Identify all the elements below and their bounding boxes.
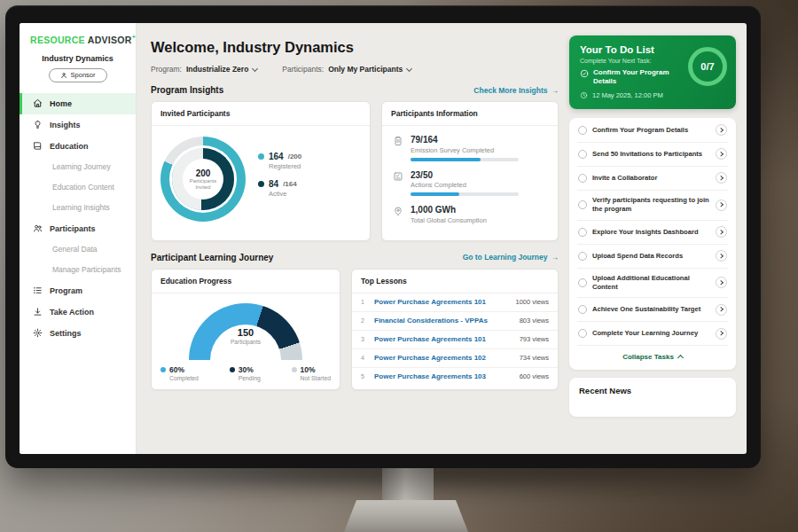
- task-checkbox[interactable]: [578, 150, 587, 159]
- lesson-link[interactable]: Financial Considerations - VPPAs: [374, 317, 488, 325]
- gauge-center-label: Participants: [189, 339, 302, 345]
- top-lessons-title: Top Lessons: [352, 270, 558, 293]
- lesson-row[interactable]: 2 Financial Considerations - VPPAs 803 v…: [352, 312, 558, 331]
- logo-advisor: ADVISOR: [88, 35, 132, 45]
- lesson-row[interactable]: 5 Power Purchase Agreements 103 600 view…: [352, 368, 558, 386]
- sidebar-item-program[interactable]: Program: [20, 280, 136, 301]
- program-insights-header: Program Insights Check More Insights →: [151, 85, 559, 95]
- book-icon: [33, 141, 43, 151]
- task-row[interactable]: Verify participants requesting to join t…: [577, 191, 728, 221]
- task-checkbox[interactable]: [578, 329, 587, 338]
- task-row[interactable]: Complete Your Learning Journey: [577, 322, 728, 346]
- participants-information-card: Participants Information 79/164 Emission…: [381, 101, 559, 241]
- chevron-right-icon[interactable]: [716, 250, 727, 262]
- check-more-insights-link[interactable]: Check More Insights →: [473, 86, 559, 95]
- chevron-right-icon[interactable]: [716, 124, 727, 136]
- sidebar-item-insights[interactable]: Insights: [20, 114, 136, 136]
- sidebar-item-education[interactable]: Education: [20, 136, 136, 157]
- task-label: Confirm Your Program Details: [592, 126, 710, 135]
- logo-plus: +: [132, 34, 136, 40]
- sidebar-item-settings[interactable]: Settings: [20, 323, 136, 344]
- chevron-right-icon[interactable]: [716, 328, 727, 340]
- sidebar-item-label: Take Action: [50, 308, 94, 317]
- task-checkbox[interactable]: [578, 200, 587, 209]
- go-to-learning-journey-link[interactable]: Go to Learning Journey →: [463, 253, 559, 262]
- task-checkbox[interactable]: [578, 252, 587, 261]
- download-icon: [33, 307, 43, 317]
- participants-filter[interactable]: Participants: Only My Participants: [282, 65, 411, 74]
- chevron-right-icon[interactable]: [716, 226, 727, 238]
- todo-progress-ring: 0/7: [688, 47, 727, 86]
- sidebar-item-label: Insights: [50, 121, 81, 129]
- lesson-views: 600 views: [520, 372, 549, 380]
- chevron-right-icon[interactable]: [716, 200, 727, 211]
- task-checkbox[interactable]: [578, 174, 587, 183]
- donut-center-value: 200: [196, 168, 211, 178]
- lesson-link[interactable]: Power Purchase Agreements 103: [374, 372, 486, 380]
- logo-resource: RESOURCE: [30, 35, 85, 45]
- chevron-right-icon[interactable]: [716, 148, 727, 160]
- sidebar-item-label: Home: [50, 99, 72, 108]
- sidebar-item-label: Manage Participants: [52, 265, 121, 274]
- sidebar: RESOURCE ADVISOR+ Industry Dynamics Spon…: [20, 23, 137, 454]
- task-label: Verify participants requesting to join t…: [592, 196, 710, 214]
- task-row[interactable]: Confirm Your Program Details: [577, 119, 728, 143]
- sidebar-item-label: General Data: [52, 245, 98, 254]
- link-label: Check More Insights: [473, 86, 547, 95]
- task-checkbox[interactable]: [578, 305, 587, 314]
- lesson-views: 793 views: [520, 335, 549, 343]
- chevron-right-icon[interactable]: [716, 277, 727, 288]
- legend-label: Pending: [239, 375, 261, 381]
- sidebar-item-take-action[interactable]: Take Action: [20, 301, 136, 323]
- sidebar-item-learning-insights[interactable]: Learning Insights: [20, 198, 136, 218]
- participants-filter-label: Participants:: [282, 65, 324, 74]
- next-task-row[interactable]: Confirm Your Program Details: [580, 68, 686, 87]
- stat-value: 1,000 GWh: [411, 205, 487, 215]
- lesson-row[interactable]: 1 Power Purchase Agreements 101 1000 vie…: [352, 293, 558, 312]
- stat-label: Emission Survey Completed: [411, 146, 519, 154]
- lesson-views: 1000 views: [515, 298, 549, 306]
- task-row[interactable]: Achieve One Sustainability Target: [577, 298, 728, 322]
- list-icon: [33, 286, 43, 295]
- sidebar-item-education-content[interactable]: Education Content: [20, 177, 136, 198]
- task-checkbox[interactable]: [578, 126, 587, 135]
- lesson-row[interactable]: 4 Power Purchase Agreements 102 734 view…: [352, 349, 558, 368]
- person-icon: [60, 72, 67, 79]
- recent-news-title: Recent News: [579, 386, 726, 395]
- gear-icon: [33, 328, 43, 338]
- legend-label: Completed: [169, 375, 199, 381]
- task-label: Explore Your Insights Dashboard: [592, 228, 710, 237]
- task-row[interactable]: Explore Your Insights Dashboard: [577, 221, 728, 245]
- program-filter[interactable]: Program: Industrialize Zero: [151, 65, 257, 74]
- task-checkbox[interactable]: [578, 278, 587, 287]
- sidebar-item-general-data[interactable]: General Data: [20, 239, 136, 260]
- lesson-link[interactable]: Power Purchase Agreements 101: [374, 298, 486, 306]
- sidebar-nav: Home Insights Education Learning Journey…: [20, 93, 136, 344]
- task-row[interactable]: Upload Spend Data Records: [577, 245, 728, 269]
- sidebar-item-participants[interactable]: Participants: [20, 218, 136, 239]
- lesson-row[interactable]: 3 Power Purchase Agreements 101 793 view…: [352, 331, 558, 349]
- collapse-tasks-button[interactable]: Collapse Tasks: [577, 346, 728, 369]
- sidebar-item-learning-journey[interactable]: Learning Journey: [20, 157, 136, 177]
- legend-value: 164: [269, 152, 284, 161]
- sidebar-item-home[interactable]: Home: [20, 93, 136, 114]
- legend-completed: 60% Completed: [160, 365, 199, 381]
- lesson-rank: 5: [361, 373, 368, 379]
- learning-cards-row: Education Progress 150 Participants: [151, 269, 559, 390]
- sponsor-badge-label: Sponsor: [71, 71, 96, 79]
- legend-label: Not Started: [301, 375, 331, 381]
- task-row[interactable]: Upload Additional Educational Content: [577, 269, 728, 299]
- monitor-stand-neck: [382, 465, 434, 505]
- chevron-right-icon[interactable]: [716, 172, 727, 184]
- sidebar-item-manage-participants[interactable]: Manage Participants: [20, 260, 136, 280]
- org-name: Industry Dynamics: [20, 54, 136, 63]
- lesson-link[interactable]: Power Purchase Agreements 102: [374, 354, 486, 362]
- task-row[interactable]: Send 50 Invitations to Participants: [577, 143, 728, 167]
- lesson-rank: 2: [361, 317, 368, 324]
- top-lessons-card: Top Lessons 1 Power Purchase Agreements …: [351, 269, 559, 390]
- task-checkbox[interactable]: [578, 228, 587, 237]
- lesson-link[interactable]: Power Purchase Agreements 101: [374, 335, 486, 343]
- task-row[interactable]: Invite a Collaborator: [577, 167, 728, 191]
- lesson-views: 803 views: [520, 317, 549, 325]
- chevron-right-icon[interactable]: [716, 304, 727, 316]
